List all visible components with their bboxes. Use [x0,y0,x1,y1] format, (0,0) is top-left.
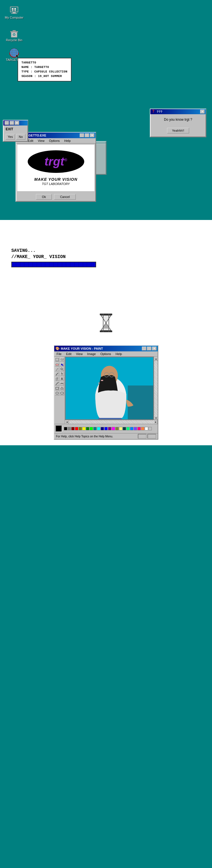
tool-eraser[interactable] [55,362,59,367]
color-swatch-13[interactable] [112,427,115,430]
scroll-right-btn[interactable]: ► [154,420,158,424]
svg-rect-6 [11,10,14,11]
status-text: For Help, click Help Topics on the Help … [56,435,113,438]
progress-segment [29,262,33,267]
paint-scrollbar-vertical[interactable]: ▲ ▼ [154,357,158,420]
scroll-track-v[interactable] [154,361,158,416]
color-swatch-6[interactable] [86,427,89,430]
tool-select-rect[interactable] [55,357,59,362]
menu-options[interactable]: Options [48,139,61,143]
scroll-track-h[interactable] [69,420,154,424]
current-color-swatch[interactable] [55,425,62,432]
progress-segment [70,262,75,267]
color-swatch-11[interactable] [104,427,108,430]
yeahhh-button[interactable]: Yeahhh!! [167,128,189,133]
saving-text: SAVING... [11,248,206,253]
targetto-maximize[interactable]: □ [85,133,89,137]
paint-scrollbar-horizontal[interactable]: ◄ ► [65,420,158,424]
color-swatch-22[interactable] [145,427,148,430]
question-dialog-close[interactable]: ✕ [200,110,205,114]
paint-menu-options[interactable]: Options [99,352,112,356]
paint-menu-image[interactable]: Image [86,352,97,356]
color-swatch-1[interactable] [68,427,71,430]
yes-button[interactable]: Yes [6,134,15,140]
paint-close[interactable]: ✕ [152,347,157,350]
paint-menu-edit[interactable]: Edit [65,352,73,356]
exit-close[interactable]: ✕ [15,121,19,125]
color-swatch-15[interactable] [119,427,123,430]
color-swatch-4[interactable] [79,427,82,430]
canvas-container[interactable] [65,357,154,420]
color-swatch-17[interactable] [126,427,130,430]
svg-rect-5 [14,8,16,9]
tool-line[interactable] [55,381,59,386]
paint-minimize[interactable]: _ [142,347,147,350]
tool-ellipse[interactable] [55,391,59,395]
svg-line-28 [62,370,63,371]
globe-icon [9,48,20,58]
color-swatch-18[interactable] [130,427,133,430]
svg-rect-23 [56,358,58,361]
menu-help[interactable]: Help [63,139,72,143]
svg-rect-24 [56,364,58,366]
tool-fill[interactable] [60,362,64,367]
color-swatch-7[interactable] [89,427,93,430]
my-computer-icon[interactable]: My Computer [4,6,24,19]
paint-maximize[interactable]: □ [147,347,152,350]
paint-window: 🎨 MAKE YOUR VISION - PAINT _ □ ✕ File Ed… [54,345,158,440]
paint-menu-view[interactable]: View [75,352,84,356]
scroll-left-btn[interactable]: ◄ [65,420,69,424]
exit-maximize[interactable]: □ [9,121,14,125]
paint-titlebar[interactable]: 🎨 MAKE YOUR VISION - PAINT _ □ ✕ [54,346,158,351]
tool-rounded-rect[interactable] [60,391,64,395]
color-swatch-0[interactable] [64,427,67,430]
no-button[interactable]: No [16,134,25,140]
progress-segment [33,262,37,267]
cancel-button[interactable]: Cancel [54,194,76,200]
recycle-bin-icon[interactable]: ♻ Recycle Bin [4,28,24,42]
svg-rect-9 [10,31,18,32]
question-dialog-titlebar[interactable]: ❓ ??? ✕ [150,109,206,114]
targetto-exe-title: TARGETTO.EXE [22,134,80,137]
svg-rect-43 [128,385,153,419]
color-swatch-20[interactable] [137,427,141,430]
color-swatch-8[interactable] [93,427,97,430]
menu-view[interactable]: View [37,139,46,143]
tool-select-free[interactable] [60,357,64,362]
color-swatch-3[interactable] [75,427,78,430]
scroll-up-btn[interactable]: ▲ [154,357,158,361]
progress-segment [62,262,67,267]
paint-menu-file[interactable]: File [55,352,63,356]
exit-minimize[interactable]: _ [4,121,9,125]
exit-titlebar[interactable]: _ □ ✕ [3,120,28,125]
color-swatch-2[interactable] [71,427,75,430]
tool-pick-color[interactable] [55,367,59,371]
color-swatch-21[interactable] [141,427,144,430]
color-swatch-9[interactable] [97,427,100,430]
scroll-down-btn[interactable]: ▼ [154,416,158,420]
color-swatch-10[interactable] [101,427,104,430]
tool-zoom[interactable]: + [60,367,64,371]
paint-menu-help[interactable]: Help [114,352,123,356]
color-swatch-5[interactable] [82,427,86,430]
ok-button[interactable]: Ok [36,194,52,200]
svg-line-37 [56,382,58,385]
svg-point-26 [56,370,57,371]
color-swatch-16[interactable] [123,427,126,430]
tool-polygon[interactable] [60,386,64,391]
tool-rect-shape[interactable] [55,386,59,391]
tool-brush[interactable] [60,372,64,376]
progress-segment [12,262,16,267]
fashion-svg [65,357,153,419]
color-swatch-14[interactable] [115,427,119,430]
tool-curve[interactable] [60,381,64,386]
color-swatch-19[interactable] [134,427,137,430]
tool-text[interactable]: A [60,376,64,381]
targetto-close[interactable]: ✕ [90,133,95,137]
targetto-minimize[interactable]: _ [80,133,84,137]
tool-airbrush[interactable] [55,376,59,381]
color-swatch-12[interactable] [108,427,111,430]
tool-pencil[interactable] [55,372,59,376]
color-swatch-23[interactable] [149,427,152,430]
hourglass-icon [98,313,114,334]
